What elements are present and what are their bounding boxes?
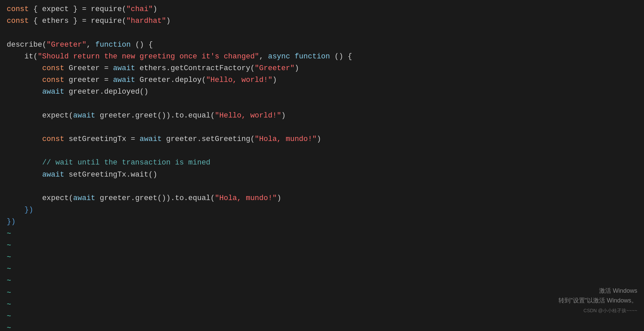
function-keyword-2: function <box>294 52 330 61</box>
tilde-3: ~ <box>7 253 11 262</box>
comment-wait: // wait until the transaction is mined <box>42 158 211 167</box>
set-greeting-call: greeter.setGreeting( <box>162 135 255 143</box>
await-keyword-1: await <box>113 64 135 73</box>
await-keyword-5: await <box>140 135 162 143</box>
keyword-const-2: const <box>7 17 29 25</box>
csdn-label: CSDN @小小桂孑孩~~~~ <box>558 307 637 314</box>
tilde-1: ~ <box>7 230 11 238</box>
tilde-4: ~ <box>7 265 11 273</box>
expect-call-2: expect( <box>42 194 73 202</box>
ethers-call-1: ethers.getContractFactory( <box>135 64 255 73</box>
keyword-const-4: const <box>42 76 64 84</box>
watermark-line2: 转到"设置"以激活 Windows。 <box>558 296 637 305</box>
keyword-const-1: const <box>7 5 29 13</box>
string-hello-2: "Hello, world!" <box>215 111 281 120</box>
describe-keyword: describe( <box>7 41 47 49</box>
string-hola-2: "Hola, mundo!" <box>215 194 277 202</box>
string-hello: "Hello, world!" <box>206 76 272 84</box>
async-keyword: async <box>268 52 290 61</box>
fn-paren-2: () { <box>330 52 352 61</box>
deployed-call: greeter.deployed() <box>64 88 149 96</box>
require-close-1: ) <box>153 5 157 13</box>
code-editor[interactable]: const { expect } = require("chai") const… <box>0 0 644 331</box>
function-keyword-1: function <box>95 41 131 49</box>
close-paren-4: ) <box>317 135 321 143</box>
string-chai: "chai" <box>126 5 153 13</box>
tilde-6: ~ <box>7 289 11 297</box>
editor-container: const { expect } = require("chai") const… <box>0 0 644 331</box>
greeter-factory-1: Greeter = <box>64 64 113 73</box>
tilde-5: ~ <box>7 277 11 285</box>
close-brace-2: }) <box>7 218 15 226</box>
string-greeter-2: "Greeter" <box>255 64 294 73</box>
tilde-7: ~ <box>7 300 11 309</box>
greeter-deploy: greeter = <box>64 76 113 84</box>
close-paren-2: ) <box>272 76 277 84</box>
close-paren-1: ) <box>294 64 299 73</box>
tilde-8: ~ <box>7 312 11 321</box>
string-hardhat: "hardhat" <box>126 17 166 25</box>
close-paren-5: ) <box>277 194 281 202</box>
require-1: require( <box>91 5 126 13</box>
fn-paren-1: () { <box>131 41 153 49</box>
await-keyword-2: await <box>113 76 135 84</box>
await-keyword-7: await <box>73 194 95 202</box>
greet-call-1: greeter.greet()).to.equal( <box>95 111 215 120</box>
wait-call: setGreetingTx.wait() <box>64 171 157 179</box>
await-keyword-4: await <box>73 111 95 120</box>
watermark: 激活 Windows 转到"设置"以激活 Windows。 CSDN @小小桂孑… <box>558 286 637 314</box>
it-keyword: it( <box>24 52 38 61</box>
tilde-9: ~ <box>7 324 11 331</box>
punct-2: { ethers } = <box>33 17 86 25</box>
await-keyword-6: await <box>42 171 64 179</box>
watermark-line1: 激活 Windows <box>558 286 637 296</box>
comma-2: , <box>259 52 268 61</box>
require-close-2: ) <box>166 17 170 25</box>
close-brace-1: }) <box>24 206 33 214</box>
greet-call-2: greeter.greet()).to.equal( <box>95 194 215 202</box>
require-2: require( <box>91 17 126 25</box>
set-greeting-tx: setGreetingTx = <box>64 135 140 143</box>
comma-1: , <box>87 41 95 49</box>
close-paren-3: ) <box>281 111 286 120</box>
punct-1: { expect } = <box>33 5 86 13</box>
string-should: "Should return the new greeting once it'… <box>38 52 259 61</box>
string-hola: "Hola, mundo!" <box>255 135 317 143</box>
string-greeter: "Greeter" <box>47 41 87 49</box>
expect-call-1: expect( <box>42 111 73 120</box>
tilde-2: ~ <box>7 241 11 250</box>
keyword-const-5: const <box>42 135 64 143</box>
keyword-const-3: const <box>42 64 64 73</box>
greeter-deploy-call: Greeter.deploy( <box>135 76 206 84</box>
await-keyword-3: await <box>42 88 64 96</box>
